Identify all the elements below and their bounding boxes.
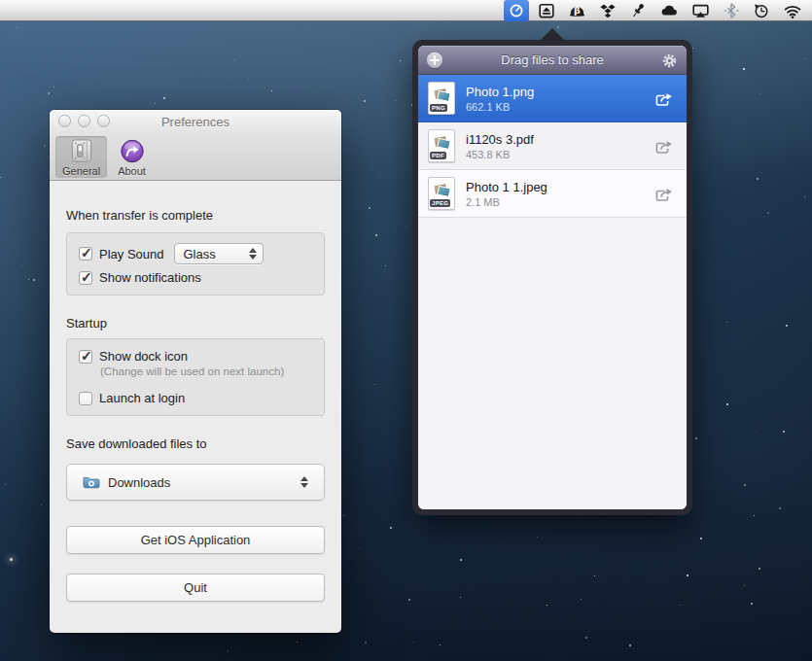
startup-section-title: Startup [66,316,325,330]
quit-button[interactable]: Quit [66,574,325,602]
show-dock-icon-label: Show dock icon [99,349,188,364]
tab-about-label: About [118,165,146,177]
preferences-window: Preferences General About [50,110,341,633]
file-type-badge: PNG [430,104,447,112]
svg-text:β: β [574,5,581,16]
share-file-button[interactable] [653,136,675,156]
sound-select[interactable]: Glass [174,243,264,264]
about-icon [120,138,145,164]
share-file-button[interactable] [653,184,675,203]
zoom-button[interactable] [97,115,110,127]
popover-empty-area [418,218,687,509]
show-notifications-label: Show notifications [99,270,201,285]
tab-general[interactable]: General [55,136,107,178]
launch-at-login-checkbox[interactable] [79,392,92,405]
save-folder-select[interactable]: Downloads [66,464,325,501]
popover-header: Drag files to share [418,46,687,75]
stepper-arrows-icon [249,248,257,260]
show-dock-icon-checkbox[interactable] [79,350,92,364]
save-section-title: Save downloaded files to [66,436,325,451]
time-machine-icon[interactable] [749,0,774,21]
file-row[interactable]: PNG Photo 1.png 662.1 KB [418,75,687,122]
save-folder-value: Downloads [108,475,300,490]
pushpin-icon[interactable] [625,0,651,21]
file-row[interactable]: JPEG Photo 1 1.jpeg 2.1 MB [418,170,687,218]
downloads-folder-icon [83,475,100,489]
startup-groupbox: Show dock icon (Change will be used on n… [66,338,325,416]
add-file-button[interactable] [427,52,442,68]
file-type-icon: PDF [428,129,455,162]
gear-icon [661,52,678,69]
show-notifications-checkbox[interactable] [79,271,92,285]
popover-title: Drag files to share [418,52,687,67]
transfer-groupbox: Play Sound Glass Show notifications [66,232,325,296]
play-sound-checkbox[interactable] [79,247,92,261]
popover-frame: Drag files to share PNG Photo 1.png 662.… [412,40,692,515]
transfer-section-title: When transfer is complete [66,208,325,223]
file-size: 2.1 MB [466,195,653,209]
share-icon [654,186,674,202]
airplay-icon[interactable] [688,0,714,21]
title-bar[interactable]: Preferences [50,110,341,133]
launch-at-login-label: Launch at login [99,391,185,405]
stepper-arrows-icon [300,476,308,488]
eject-box-icon[interactable] [534,0,559,21]
preferences-toolbar: General About [50,133,341,181]
file-type-icon: PNG [428,82,455,115]
file-list: PNG Photo 1.png 662.1 KB PDF i1120s 3.pd… [418,75,687,218]
share-icon [654,90,674,107]
file-size: 453.8 KB [466,148,653,161]
play-sound-label: Play Sound [99,247,164,261]
wifi-icon[interactable] [779,0,806,21]
file-name: i1120s 3.pdf [466,131,653,148]
beta-icon[interactable]: β [564,0,590,21]
share-file-button[interactable] [653,88,675,108]
switch-icon [69,138,94,164]
share-icon [654,138,674,155]
file-type-badge: JPEG [430,199,450,207]
settings-button[interactable] [661,52,678,69]
file-size: 662.1 KB [466,100,653,114]
file-type-badge: PDF [430,152,446,159]
file-name: Photo 1.png [466,84,653,100]
dock-icon-note: (Change will be used on next launch) [100,365,312,377]
file-type-icon: JPEG [428,177,455,210]
plus-icon [430,55,440,65]
sound-select-value: Glass [184,247,249,261]
file-name: Photo 1 1.jpeg [466,179,653,195]
menu-bar: β [0,0,812,21]
get-ios-app-button[interactable]: Get iOS Application [66,526,325,554]
tab-general-label: General [62,165,100,177]
dropbox-icon[interactable] [595,0,620,21]
close-button[interactable] [58,115,71,127]
minimize-button[interactable] [78,115,90,127]
file-row[interactable]: PDF i1120s 3.pdf 453.8 KB [418,122,687,170]
app-timer-icon[interactable] [504,0,529,21]
tab-about[interactable]: About [111,136,153,178]
bluetooth-icon[interactable] [719,0,744,21]
cloud-icon[interactable] [655,0,683,21]
